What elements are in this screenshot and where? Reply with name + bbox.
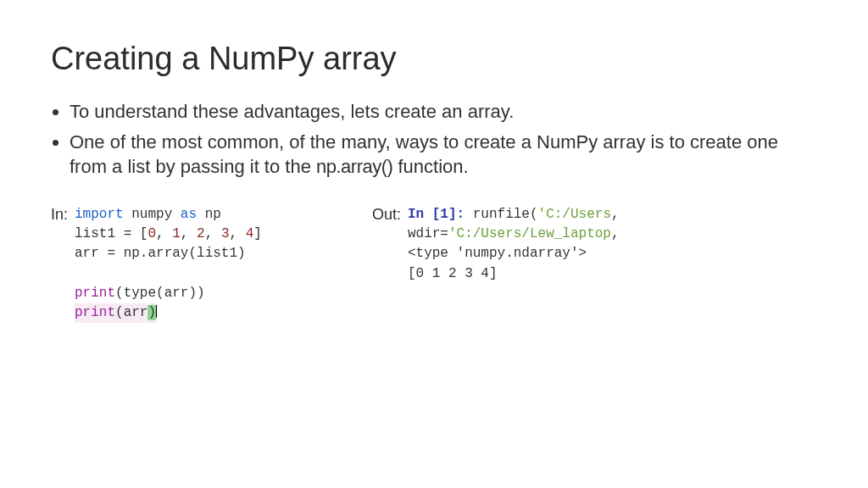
print1: print	[75, 286, 115, 301]
bullet-list: To understand these advantages, lets cre…	[51, 99, 817, 180]
output-column: Out: In [1]: runfile('C:/Users, wdir='C:…	[372, 205, 620, 284]
n1: 1	[172, 226, 181, 241]
slide-title: Creating a NumPy array	[51, 41, 817, 77]
l5rest: (type(arr))	[115, 286, 205, 301]
inline-code-nparray: np.array()	[316, 156, 392, 177]
paren-close: )	[147, 305, 156, 320]
l2a: list1 = [	[75, 226, 147, 241]
l3: arr = np.array(list1)	[75, 246, 246, 261]
code-columns: In: import numpy as np list1 = [0, 1, 2,…	[51, 205, 817, 323]
l6open: (arr	[115, 305, 147, 320]
l2b: ]	[253, 226, 262, 241]
output-code: In [1]: runfile('C:/Users, wdir='C:/User…	[408, 205, 620, 284]
o2t: ,	[611, 226, 620, 241]
print2: print	[75, 305, 115, 320]
o4: [0 1 2 3 4]	[408, 266, 498, 281]
bullet-2: One of the most common, of the many, way…	[70, 130, 817, 180]
alias-np: np	[205, 207, 221, 222]
slide: Creating a NumPy array To understand the…	[0, 0, 868, 323]
kw-import: import	[75, 207, 124, 222]
bullet-1: To understand these advantages, lets cre…	[70, 99, 817, 125]
o1a: runfile(	[465, 207, 537, 222]
input-code: import numpy as np list1 = [0, 1, 2, 3, …	[75, 205, 262, 323]
n2: 2	[197, 226, 205, 241]
n0: 0	[147, 226, 156, 241]
input-column: In: import numpy as np list1 = [0, 1, 2,…	[51, 205, 262, 323]
mod-numpy: numpy	[131, 207, 172, 222]
text-cursor	[156, 305, 157, 318]
c3: ,	[205, 226, 221, 241]
o1s: 'C:/Users	[538, 207, 611, 222]
in-label: In:	[51, 206, 68, 224]
n4: 4	[246, 226, 254, 241]
c4: ,	[229, 226, 245, 241]
out-prompt: In [1]:	[408, 207, 465, 222]
c1: ,	[156, 226, 172, 241]
out-label: Out:	[372, 206, 401, 224]
bullet-2-text-b: function.	[392, 156, 468, 177]
o2s: 'C:/Users/Lew_laptop	[448, 226, 611, 241]
c2: ,	[181, 226, 197, 241]
o3: <type 'numpy.ndarray'>	[408, 246, 587, 261]
active-line: print(arr)	[75, 303, 157, 323]
kw-as: as	[181, 207, 197, 222]
o1t: ,	[611, 207, 620, 222]
o2a: wdir=	[408, 226, 448, 241]
